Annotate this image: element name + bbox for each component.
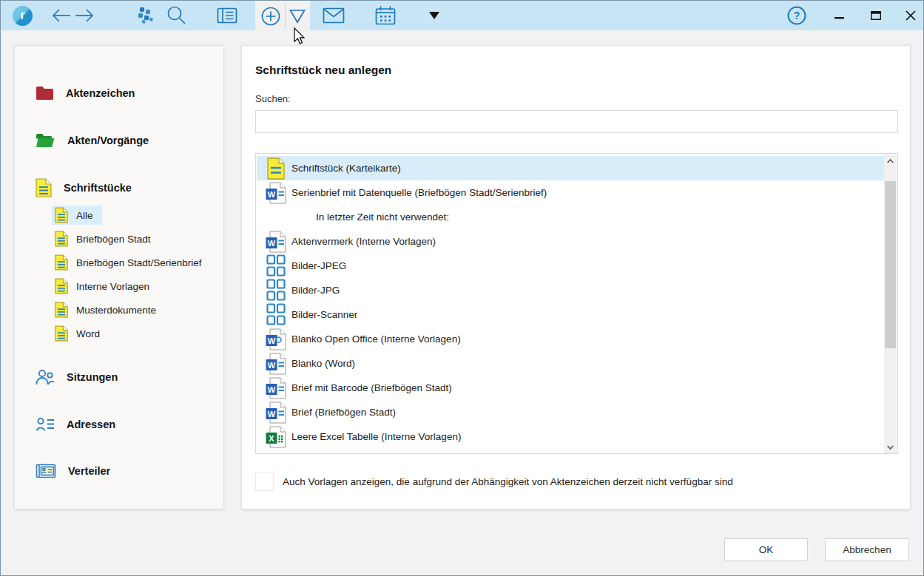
list-item[interactable]: Bilder-Scanner xyxy=(257,302,886,327)
list-item-label: Bilder-Scanner xyxy=(291,309,357,320)
chevron-up-icon xyxy=(887,159,894,163)
sidebar-subitem-label: Musterdokumente xyxy=(76,305,156,316)
sidebar-item-label: Akten/Vorgänge xyxy=(67,135,149,146)
sidebar-subitem-interne-vorlagen[interactable]: Interne Vorlagen xyxy=(52,277,158,296)
list-item[interactable]: Bilder-JPG xyxy=(257,278,886,302)
list-item[interactable]: W Brief mit Barcode (Briefbögen Stadt) xyxy=(257,376,886,400)
search-button[interactable] xyxy=(163,2,189,29)
list-item-label: Aktenvermerk (Interne Vorlagen) xyxy=(291,236,436,247)
forward-button[interactable] xyxy=(71,2,98,29)
list-item-label: Blanko Open Office (Interne Vorlagen) xyxy=(291,333,461,345)
cancel-button[interactable]: Abbrechen xyxy=(825,538,909,561)
app-logo-letter: r xyxy=(13,6,33,26)
list-item-label: Serienbrief mit Datenquelle (Briefbögen … xyxy=(291,187,547,198)
plus-circle-icon xyxy=(260,5,282,27)
search-label: Suchen: xyxy=(255,93,291,104)
sidebar-subitem-label: Word xyxy=(76,328,100,339)
sidebar-item-akten-vorgaenge[interactable]: Akten/Vorgänge xyxy=(15,130,223,151)
sidebar-subitem-word[interactable]: Word xyxy=(52,324,109,343)
list-item[interactable]: X Leere Excel Tabelle (Interne Vorlagen) xyxy=(257,424,886,449)
images-grid-icon xyxy=(263,254,289,278)
list-item[interactable]: Schriftstück (Karteikarte) xyxy=(257,156,886,180)
scroll-up-button[interactable] xyxy=(884,155,897,168)
yellow-doc-icon xyxy=(55,231,68,247)
envelope-icon xyxy=(323,7,345,24)
card-index-button[interactable] xyxy=(214,2,240,29)
sidebar-item-verteiler[interactable]: Verteiler xyxy=(15,461,223,481)
ok-button[interactable]: OK xyxy=(724,538,808,561)
sidebar-subitem-briefboegen-stadt[interactable]: Briefbögen Stadt xyxy=(52,229,160,248)
cluster-icon xyxy=(135,7,155,24)
list-item[interactable]: Bilder-JPEG xyxy=(257,254,886,278)
calendar-icon xyxy=(375,6,396,25)
list-item-label: Bilder-JPG xyxy=(291,285,340,296)
list-scrollbar[interactable] xyxy=(884,155,897,454)
minimize-button[interactable] xyxy=(826,2,852,29)
sidebar-subitem-label: Interne Vorlagen xyxy=(76,281,149,292)
dialog-title: Schriftstück neu anlegen xyxy=(255,64,391,77)
list-item[interactable]: W Blanko Open Office (Interne Vorlagen) xyxy=(257,327,886,351)
maximize-button[interactable] xyxy=(863,2,889,29)
scrollbar-thumb[interactable] xyxy=(885,181,896,348)
yellow-doc-icon xyxy=(55,325,68,342)
people-icon xyxy=(36,369,55,385)
list-item-label: Blanko (Word) xyxy=(291,358,355,369)
list-item-label: Schriftstück (Karteikarte) xyxy=(291,163,401,174)
magnifier-icon xyxy=(166,5,186,26)
toolbar: r xyxy=(1,1,923,30)
cursor-arrow-icon xyxy=(294,27,306,45)
sidebar-subitem-briefboegen-stadt-serienbrief[interactable]: Briefbögen Stadt/Serienbrief xyxy=(52,253,211,272)
app-window: r xyxy=(0,0,924,576)
yellow-doc-icon xyxy=(36,178,52,197)
sidebar-subitem-label: Briefbögen Stadt/Serienbrief xyxy=(76,257,202,268)
mail-button[interactable] xyxy=(320,2,347,29)
show-unavailable-row: Auch Vorlagen anzeigen, die aufgrund der… xyxy=(255,472,733,491)
show-unavailable-label: Auch Vorlagen anzeigen, die aufgrund der… xyxy=(283,476,733,487)
calendar-button[interactable] xyxy=(372,2,399,29)
contact-icon xyxy=(36,417,55,432)
app-logo[interactable]: r xyxy=(13,6,33,26)
modules-button[interactable] xyxy=(132,2,158,29)
sidebar-item-label: Adressen xyxy=(67,419,115,430)
arrow-right-icon xyxy=(73,7,95,24)
new-document-button[interactable] xyxy=(260,5,282,27)
list-item-label: Leere Excel Tabelle (Interne Vorlagen) xyxy=(291,431,461,442)
sidebar-item-adressen[interactable]: Adressen xyxy=(15,414,223,435)
list-item-partial[interactable] xyxy=(257,449,886,454)
list-item[interactable]: W Aktenvermerk (Interne Vorlagen) xyxy=(257,229,886,254)
svg-text:X: X xyxy=(269,433,274,442)
close-button[interactable] xyxy=(897,2,924,29)
sidebar-item-aktenzeichen[interactable]: Aktenzeichen xyxy=(15,83,223,104)
maximize-icon xyxy=(871,11,881,20)
svg-text:W: W xyxy=(268,189,276,198)
question-circle-icon: ? xyxy=(786,5,807,26)
mouse-cursor xyxy=(294,27,306,45)
overflow-menu-button[interactable] xyxy=(421,2,448,29)
word-doc-icon: W xyxy=(263,230,289,254)
svg-text:?: ? xyxy=(794,10,800,21)
scroll-down-button[interactable] xyxy=(884,441,897,454)
sidebar-subitem-alle[interactable]: Alle xyxy=(52,206,102,225)
sidebar-subitem-musterdokumente[interactable]: Musterdokumente xyxy=(52,300,165,319)
toolbar-separator xyxy=(285,4,286,29)
help-button[interactable]: ? xyxy=(783,2,810,29)
list-item[interactable]: W Blanko (Word) xyxy=(257,351,886,376)
sidebar-item-sitzungen[interactable]: Sitzungen xyxy=(15,367,223,387)
template-list: Schriftstück (Karteikarte) W Serienbrief… xyxy=(255,153,898,454)
svg-text:W: W xyxy=(268,384,276,393)
list-item[interactable]: W Serienbrief mit Datenquelle (Briefböge… xyxy=(257,180,886,205)
search-input[interactable] xyxy=(255,110,898,133)
triangle-down-outline-icon xyxy=(289,8,306,24)
word-doc-icon xyxy=(263,450,289,455)
sidebar-item-schriftstuecke[interactable]: Schriftstücke xyxy=(15,177,223,198)
word-doc-icon: W xyxy=(263,181,289,205)
list-item[interactable]: W Brief (Briefbögen Stadt) xyxy=(257,400,886,424)
word-doc-icon: W xyxy=(263,401,289,424)
show-unavailable-checkbox[interactable] xyxy=(255,472,274,491)
images-grid-icon xyxy=(263,303,289,327)
list-item-label: Bilder-JPEG xyxy=(291,260,346,271)
word-doc-icon: W xyxy=(263,376,289,400)
word-doc-icon: W xyxy=(263,328,289,351)
new-document-dropdown-button[interactable] xyxy=(289,8,306,24)
images-grid-icon xyxy=(263,279,289,302)
